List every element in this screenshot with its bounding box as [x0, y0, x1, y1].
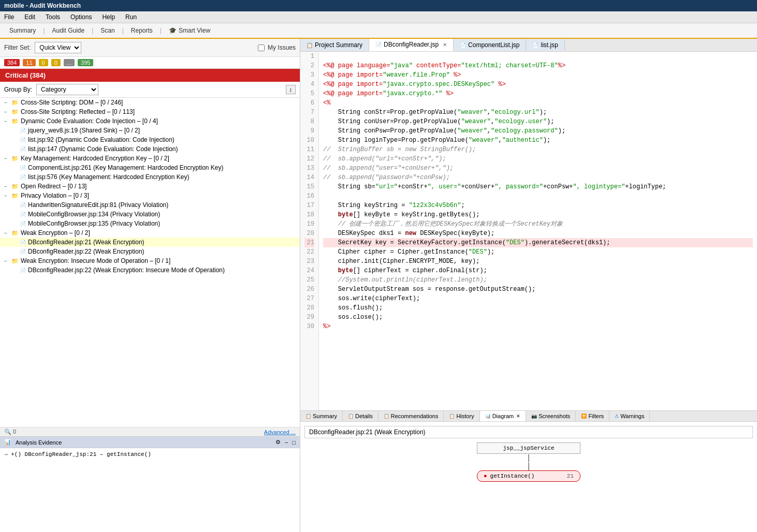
status-count: 🔍 0 [4, 428, 16, 435]
menu-run[interactable]: Run [123, 12, 139, 22]
maximize-icon[interactable]: □ [292, 439, 296, 446]
tree-item[interactable]: 📄 list.jsp:92 (Dynamic Code Evaluation: … [0, 135, 300, 144]
ln: 1 [304, 52, 314, 61]
my-issues-checkbox[interactable] [258, 45, 265, 51]
ln: 28 [304, 303, 314, 313]
detail-tab-recommendations[interactable]: 📋 Recommendations [378, 411, 444, 421]
ln: 19 [304, 219, 314, 229]
detail-tab-screenshots[interactable]: 📷 Screenshots [526, 411, 576, 421]
tab-icon: 📋 [384, 413, 389, 419]
expand-icon: − [4, 156, 9, 161]
detail-tab-summary[interactable]: 📋 Summary [300, 411, 343, 421]
nav-audit-guide[interactable]: Audit Guide [47, 25, 90, 36]
badge-low[interactable]: 0 [51, 59, 61, 66]
ln: 29 [304, 313, 314, 322]
code-line: Cipher cipher = Cipher.getInstance("DES"… [323, 247, 753, 257]
detail-tabs: 📋 Summary 📋 Details 📋 Recommendations 📋 … [300, 411, 757, 422]
menu-edit[interactable]: Edit [22, 12, 37, 22]
tab-icon: 📄 [375, 42, 382, 48]
code-line: // StringBuffer sb = new StringBuffer(); [323, 145, 753, 154]
tree-item-label: HandwrittenSignatureEdit.jsp:81 (Privacy… [28, 201, 168, 209]
tree-item-label: Cross-Site Scripting: DOM – [0 / 246] [21, 99, 123, 106]
tree-item[interactable]: 📄 jquery_wev8.js:19 (Shared Sink) – [0 /… [0, 126, 300, 135]
tree-item[interactable]: 📄 MobileConfigBrowser.jsp:134 (Privacy V… [0, 210, 300, 219]
code-line: sos.flush(); [323, 303, 753, 313]
tree-item[interactable]: 📄 list.jsp:576 (Key Management: Hardcode… [0, 172, 300, 182]
expand-icon: − [4, 184, 9, 189]
advanced-link[interactable]: Advanced ... [264, 429, 296, 435]
tree-item[interactable]: 📄 MobileConfigBrowser.jsp:135 (Privacy V… [0, 219, 300, 228]
ln: 27 [304, 294, 314, 303]
code-editor: 1 2 3 4 5 6 7 8 9 10 11 12 13 14 15 16 1 [300, 52, 757, 410]
expand-icon: − [4, 100, 9, 106]
badge-info[interactable]: ... [64, 59, 75, 66]
minimize-icon[interactable]: − [285, 439, 288, 446]
tab-icon: 📋 [305, 413, 311, 419]
tree-item-label: Cross-Site Scripting: Reflected – [0 / 1… [21, 108, 135, 115]
badge-critical[interactable]: 384 [4, 59, 20, 66]
code-line-highlighted: SecretKey key = SecretKeyFactory.getInst… [323, 238, 753, 247]
tree-item[interactable]: − 📁 Key Management: Hardcoded Encryption… [0, 154, 300, 163]
tree-item[interactable]: 📄 ComponentList.jsp:261 (Key Management:… [0, 163, 300, 172]
tab-list[interactable]: 📄 list.jsp [526, 39, 564, 51]
code-line: String loginType=Prop.getPropValue("weav… [323, 136, 753, 145]
tree-item-selected[interactable]: 📄 DBconfigReader.jsp:21 (Weak Encryption… [0, 238, 300, 247]
flow-end-node: ● getInstance() 21 [477, 470, 580, 482]
tab-icon: 🔽 [581, 413, 587, 419]
detail-tab-details[interactable]: 📋 Details [343, 411, 378, 421]
tree-item[interactable]: − 📁 Cross-Site Scripting: DOM – [0 / 246… [0, 98, 300, 107]
tab-dbconfig[interactable]: 📄 DBconfigReader.jsp ✕ [369, 39, 454, 51]
close-icon[interactable]: ✕ [516, 413, 520, 419]
tree-item[interactable]: 📄 HandwrittenSignatureEdit.jsp:81 (Priva… [0, 200, 300, 210]
analysis-evidence-header: 📊 Analysis Evidence ⚙ − □ [0, 437, 300, 448]
badge-total[interactable]: 395 [78, 59, 93, 66]
code-line: <%@ page import="javax.crypto.spec.DESKe… [323, 80, 753, 89]
tab-label: Details [355, 413, 373, 419]
detail-tab-diagram[interactable]: 📊 Diagram ✕ [480, 411, 527, 421]
tab-project-summary[interactable]: 📋 Project Summary [300, 39, 369, 51]
nav-summary[interactable]: Summary [4, 25, 41, 36]
detail-tab-history[interactable]: 📋 History [444, 411, 479, 421]
group-by-select[interactable]: Category [36, 84, 98, 95]
menu-tools[interactable]: Tools [43, 12, 62, 22]
expand-icon: − [4, 119, 9, 124]
tab-label: DBconfigReader.jsp [384, 41, 439, 48]
tree-item[interactable]: − 📁 Dynamic Code Evaluation: Code Inject… [0, 116, 300, 126]
tree-item[interactable]: 📄 DBconfigReader.jsp:22 (Weak Encryption… [0, 247, 300, 256]
tree-item[interactable]: − 📁 Cross-Site Scripting: Reflected – [0… [0, 107, 300, 116]
detail-tab-warnings[interactable]: ⚠ Warnings [609, 411, 650, 421]
tree-item-label: DBconfigReader.jsp:22 (Weak Encryption: … [28, 267, 225, 274]
tab-close-icon[interactable]: ✕ [443, 42, 447, 48]
nav-sep2: | [92, 27, 93, 34]
badge-medium[interactable]: 0 [39, 59, 48, 66]
tree-item[interactable]: 📄 list.jsp:147 (Dynamic Code Evaluation:… [0, 144, 300, 154]
code-lines: <%@ page language="java" contentType="te… [319, 52, 757, 410]
settings-icon[interactable]: ⚙ [275, 439, 281, 446]
nav-smart-view[interactable]: 🎓 Smart View [164, 25, 215, 36]
menu-help[interactable]: Help [100, 12, 117, 22]
nav-scan[interactable]: Scan [95, 25, 120, 36]
tree-item[interactable]: − 📁 Open Redirect – [0 / 13] [0, 182, 300, 191]
nav-reports[interactable]: Reports [126, 25, 158, 36]
ln: 8 [304, 117, 314, 126]
menu-options[interactable]: Options [68, 12, 94, 22]
tree-item[interactable]: − 📁 Privacy Violation – [0 / 3] [0, 191, 300, 200]
ln: 12 [304, 154, 314, 164]
sort-button[interactable]: ↕ [286, 85, 296, 94]
analysis-text: → +() DBconfigReader_jsp:21 – getInstanc… [4, 451, 151, 457]
menu-file[interactable]: File [2, 12, 16, 22]
tree-item[interactable]: − 📁 Weak Encryption – [0 / 2] [0, 228, 300, 238]
panel-title: Analysis Evidence [16, 439, 62, 446]
file-icon: 📄 [20, 212, 26, 217]
badge-high[interactable]: 11 [23, 59, 35, 66]
code-line: String conUser=Prop.getPropValue("weaver… [323, 117, 753, 126]
filter-set-select[interactable]: Quick View [35, 42, 81, 53]
tab-label: list.jsp [541, 41, 558, 49]
tab-componentlist[interactable]: 📄 ComponentList.jsp [454, 39, 526, 51]
tree-item[interactable]: 📄 DBconfigReader.jsp:22 (Weak Encryption… [0, 265, 300, 275]
detail-tab-filters[interactable]: 🔽 Filters [576, 411, 609, 421]
tree-item[interactable]: − 📁 Weak Encryption: Insecure Mode of Op… [0, 256, 300, 265]
ln: 15 [304, 182, 314, 191]
filter-set-label: Filter Set: [4, 44, 31, 51]
folder-icon: 📁 [11, 183, 19, 190]
